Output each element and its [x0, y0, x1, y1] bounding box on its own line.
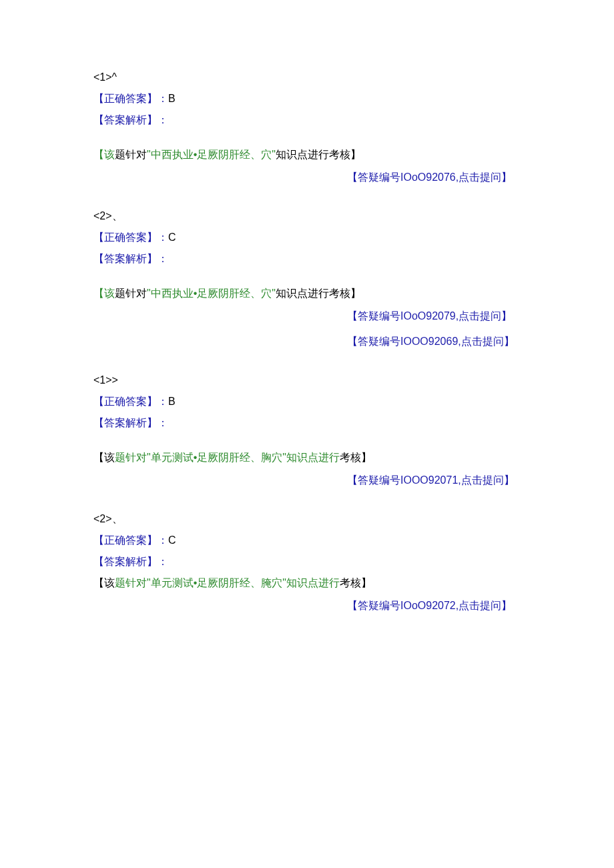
ask-c: 点击提问】: [461, 336, 515, 347]
q-num: <1>>: [93, 374, 118, 386]
correct-label: 【正确答案】：: [93, 232, 168, 243]
ask-c: 点击提问】: [458, 171, 512, 183]
note-b: 题针对"单元测试•足厥阴肝经、胸穴"知识点进行: [115, 452, 340, 463]
ask-c: 点击提问】: [461, 474, 515, 486]
ask-b: IOOO92069,: [400, 336, 461, 347]
note-a: 【该: [93, 288, 115, 299]
note-d: 知识点进行考核】: [276, 149, 361, 160]
analysis-line: 【答案解析】：: [93, 109, 521, 131]
analysis-label: 【答案解析】：: [93, 417, 168, 428]
note-line: 【该题针对"单元测试•足厥阴肝经、胸穴"知识点进行考核】: [93, 447, 521, 468]
ask-c: 点击提问】: [458, 310, 512, 322]
ask-line[interactable]: 【答疑编号IOoO92076,点击提问】: [347, 167, 521, 188]
ask-line-extra[interactable]: 【答疑编号IOOO92069,点击提问】: [347, 331, 521, 352]
question-number: <2>、: [93, 205, 521, 227]
correct-value: B: [168, 93, 176, 104]
note-c: 考核】: [340, 452, 372, 463]
analysis-label: 【答案解析】：: [93, 253, 168, 264]
ask-c: 点击提问】: [458, 600, 512, 611]
ask-line[interactable]: 【答疑编号IOoO92079,点击提问】: [347, 306, 521, 327]
ask-line[interactable]: 【答疑编号IOOO92071,点击提问】: [347, 470, 521, 491]
ask-b: IOOO92071,: [400, 474, 461, 486]
analysis-line: 【答案解析】：: [93, 412, 521, 434]
note-a: 【该: [93, 149, 115, 160]
analysis-label: 【答案解析】：: [93, 114, 168, 125]
q-num: <2>、: [93, 210, 123, 222]
note-c: "中西执业•足厥阴肝经、穴": [147, 149, 276, 160]
correct-label: 【正确答案】：: [93, 93, 168, 104]
analysis-label: 【答案解析】：: [93, 556, 168, 567]
ask-a: 【答疑编号: [347, 600, 400, 611]
ask-a: 【答疑编号: [347, 474, 400, 486]
q-num: <1>^: [93, 71, 117, 83]
note-b: 题针对: [115, 149, 147, 160]
ask-line[interactable]: 【答疑编号IOoO92072,点击提问】: [347, 595, 521, 616]
question-number: <1>^: [93, 67, 521, 88]
correct-answer-line: 【正确答案】：B: [93, 88, 521, 109]
note-c: 考核】: [340, 577, 372, 588]
q-num: <2>、: [93, 513, 123, 524]
note-c: "中西执业•足厥阴肝经、穴": [147, 288, 276, 299]
analysis-line: 【答案解析】：: [93, 551, 521, 572]
note-b: 题针对: [115, 288, 147, 299]
ask-b: IOoO92076,: [400, 171, 458, 183]
document-page: <1>^ 【正确答案】：B 【答案解析】： 【该题针对"中西执业•足厥阴肝经、穴…: [0, 0, 614, 868]
note-d: 知识点进行考核】: [276, 288, 361, 299]
correct-value: B: [168, 396, 176, 407]
note-b: 题针对"单元测试•足厥阴肝经、腌穴"知识点进行: [115, 577, 340, 588]
note-a: 【该: [93, 577, 115, 588]
ask-a: 【答疑编号: [347, 171, 400, 183]
correct-label: 【正确答案】：: [93, 534, 168, 546]
ask-a: 【答疑编号: [347, 310, 400, 322]
analysis-line: 【答案解析】：: [93, 248, 521, 270]
correct-answer-line: 【正确答案】：C: [93, 530, 521, 551]
question-number: <1>>: [93, 370, 521, 391]
correct-answer-line: 【正确答案】：C: [93, 227, 521, 248]
correct-value: C: [168, 232, 176, 243]
correct-value: C: [168, 534, 176, 546]
ask-a: 【答疑编号: [347, 336, 400, 347]
correct-label: 【正确答案】：: [93, 396, 168, 407]
correct-answer-line: 【正确答案】：B: [93, 391, 521, 412]
note-a: 【该: [93, 452, 115, 463]
note-line: 【该题针对"中西执业•足厥阴肝经、穴"知识点进行考核】: [93, 283, 521, 304]
note-line: 【该题针对"中西执业•足厥阴肝经、穴"知识点进行考核】: [93, 144, 521, 165]
ask-b: IOoO92079,: [400, 310, 458, 322]
ask-b: IOoO92072,: [400, 600, 458, 611]
note-line: 【该题针对"单元测试•足厥阴肝经、腌穴"知识点进行考核】: [93, 572, 521, 594]
question-number: <2>、: [93, 508, 521, 530]
